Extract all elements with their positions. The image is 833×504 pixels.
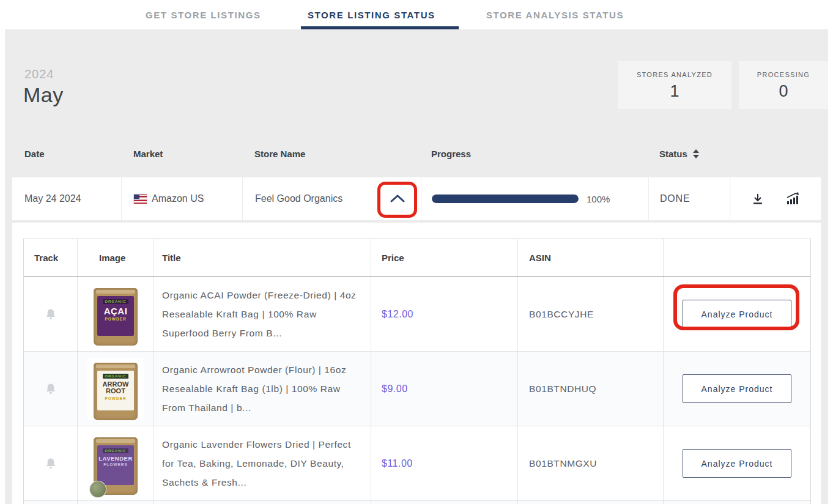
chevron-up-icon (388, 193, 407, 204)
header-store-name: Store Name (242, 133, 421, 174)
analyze-product-button[interactable]: Analyze Product (683, 374, 791, 403)
product-price-cell: $12.00 (371, 277, 517, 351)
header-track: Track (24, 239, 77, 276)
store-row-date: May 24 2024 (12, 177, 121, 220)
thumb-name-text: AÇAI (104, 306, 128, 316)
product-image-arrowroot: ORGANIC ARROW ROOT POWDER (87, 358, 144, 420)
lavender-buds-swatch (90, 481, 106, 497)
content-panel: 2024 May STORES ANALYZED 1 PROCESSING 0 … (5, 29, 828, 504)
thumb-name-text: ARROW ROOT (97, 381, 134, 395)
product-asin: B01BCCYJHE (529, 309, 594, 320)
product-title: Organic Arrowroot Powder (Flour) | 16oz … (162, 360, 360, 417)
product-track-cell (24, 277, 77, 351)
tab-get-store-listings[interactable]: GET STORE LISTINGS (146, 0, 261, 29)
stat-label: STORES ANALYZED (618, 71, 731, 78)
thumb-sub-text: POWDER (105, 317, 126, 321)
header-action (663, 239, 810, 276)
track-bell-button[interactable] (44, 457, 57, 470)
product-image-cell: ORGANIC AÇAI POWDER (77, 277, 154, 351)
product-track-cell (24, 352, 77, 426)
thumb-brand-text: ORGANIC (103, 374, 128, 379)
store-row: May 24 2024 Amazon US Feel Good Organics (12, 177, 821, 220)
progress-bar (432, 195, 579, 203)
product-image-cell: ORGANIC LAVENDER FLOWERS (77, 426, 154, 500)
header-date: Date (12, 133, 121, 174)
product-asin: B01BTNMGXU (529, 458, 597, 469)
product-image-acai: ORGANIC AÇAI POWDER (87, 283, 144, 346)
product-price: $9.00 (382, 384, 408, 395)
product-action-cell: Analyze Product (663, 277, 810, 351)
product-table: Track Image Title Price ASIN (23, 239, 811, 504)
product-track-cell (24, 501, 77, 504)
product-title-cell (154, 501, 371, 504)
page: GET STORE LISTINGS STORE LISTING STATUS … (0, 0, 833, 504)
thumb-sub-text: POWDER (105, 396, 126, 401)
header-price: Price (371, 239, 517, 276)
header-market: Market (121, 133, 242, 174)
analytics-button[interactable] (785, 192, 801, 206)
store-name-label: Feel Good Organics (255, 193, 342, 204)
product-asin-cell: B01BTNDHUQ (517, 352, 663, 426)
stat-stores-analyzed: STORES ANALYZED 1 (618, 61, 731, 109)
store-table-header: Date Market Store Name Progress Status (12, 133, 821, 174)
track-bell-button[interactable] (44, 382, 57, 396)
product-image-cell: ORGANIC ARROW ROOT POWDER (77, 352, 154, 426)
product-title-cell: Organic ACAI Powder (Freeze-Dried) | 4oz… (154, 277, 371, 351)
product-action-cell: Analyze Product (663, 426, 810, 500)
tab-bar: GET STORE LISTINGS STORE LISTING STATUS … (0, 0, 833, 29)
product-asin-cell: B01BTNMGXU (517, 426, 663, 500)
year-label: 2024 (24, 67, 54, 81)
month-title: May (23, 83, 64, 107)
product-row: ORGANIC AÇAI POWDER Organic ACAI Powder … (24, 277, 810, 352)
header-status-sortable[interactable]: Status (648, 133, 730, 174)
product-price-cell: $11.00 (371, 426, 517, 500)
store-row-progress: 100% (421, 177, 648, 220)
product-image-lavender: ORGANIC LAVENDER FLOWERS (87, 432, 144, 495)
product-title: Organic Lavender Flowers Dried | Perfect… (162, 435, 360, 492)
header-title: Title (154, 239, 371, 276)
us-flag-icon (134, 195, 147, 204)
header-image: Image (77, 239, 154, 276)
store-table: Date Market Store Name Progress Status M… (12, 133, 821, 220)
product-asin-cell: B01BCCYJHE (517, 277, 663, 351)
thumb-sub-text: FLOWERS (103, 462, 128, 467)
product-price: $11.00 (382, 458, 413, 469)
bar-chart-arrow-icon (785, 192, 801, 206)
product-price-cell (371, 501, 517, 504)
product-title: Organic ACAI Powder (Freeze-Dried) | 4oz… (162, 286, 360, 343)
product-action-cell: Analyze Product (663, 352, 810, 426)
header-asin: ASIN (517, 239, 663, 276)
stat-value: 1 (618, 82, 731, 101)
stat-label: PROCESSING (739, 71, 828, 78)
product-asin: B01BTNDHUQ (529, 384, 596, 395)
product-row: ORGANIC LAVENDER FLOWERS Organic Lavende… (24, 426, 810, 501)
tab-store-analysis-status[interactable]: STORE ANALYSIS STATUS (486, 0, 624, 29)
store-row-name: Feel Good Organics (242, 177, 421, 220)
track-bell-button[interactable] (44, 308, 57, 321)
thumb-brand-text: ORGANIC (103, 299, 128, 304)
product-track-cell (24, 426, 77, 500)
product-row: ORGANIC ARROW ROOT POWDER Organic Arrowr… (24, 352, 810, 426)
store-row-status: DONE (648, 177, 730, 220)
download-icon (751, 192, 765, 206)
analyze-product-button[interactable]: Analyze Product (683, 300, 791, 328)
download-button[interactable] (751, 192, 765, 206)
thumb-brand-text: ORGANIC (103, 448, 128, 453)
stat-value: 0 (739, 82, 828, 101)
tab-store-listing-status[interactable]: STORE LISTING STATUS (308, 0, 435, 29)
product-title-cell: Organic Lavender Flowers Dried | Perfect… (154, 426, 371, 500)
header-actions (730, 133, 821, 174)
bell-icon (44, 308, 57, 321)
store-row-market: Amazon US (121, 177, 242, 220)
product-asin-cell (517, 501, 663, 504)
product-row (24, 501, 810, 504)
collapse-row-button[interactable] (385, 188, 410, 210)
progress-fill (432, 195, 579, 203)
store-row-actions (730, 177, 821, 220)
thumb-name-text: LAVENDER (98, 456, 133, 462)
market-label: Amazon US (152, 193, 204, 204)
product-table-header: Track Image Title Price ASIN (24, 239, 810, 277)
product-price: $12.00 (382, 309, 413, 320)
analyze-product-button[interactable]: Analyze Product (683, 449, 791, 478)
stat-processing: PROCESSING 0 (739, 61, 828, 109)
